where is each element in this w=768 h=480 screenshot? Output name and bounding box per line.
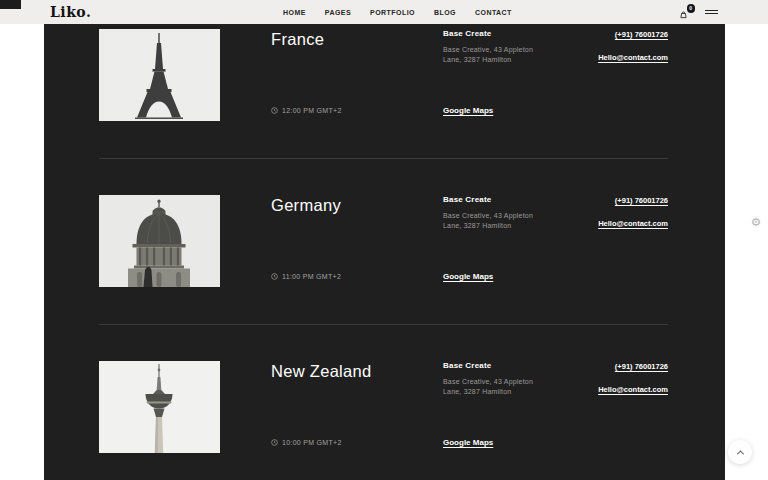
company-name: Base Create <box>443 29 573 38</box>
phone-link[interactable]: (+91) 76001726 <box>598 362 668 371</box>
berlin-dome-photo <box>99 195 220 287</box>
main-nav: HOME PAGES PORTFOLIO BLOG CONTACT <box>283 0 512 24</box>
address-line-1: Base Creative, 43 Appleton <box>443 211 573 221</box>
email-link[interactable]: Hello@contact.com <box>598 219 668 228</box>
shopping-bag-icon <box>679 10 688 19</box>
local-time: 11:00 PM GMT+2 <box>271 273 341 280</box>
address-line-2: Lane, 3287 Hamilton <box>443 55 573 65</box>
section-divider <box>99 324 668 325</box>
scroll-to-top-button[interactable] <box>728 440 752 464</box>
gear-icon: ⚙ <box>751 216 761 228</box>
nav-item-contact[interactable]: CONTACT <box>475 9 512 16</box>
clock-icon <box>271 107 278 114</box>
auckland-sky-tower-photo <box>99 361 220 453</box>
local-time-text: 10:00 PM GMT+2 <box>282 439 342 446</box>
location-section-france: France 12:00 PM GMT+2 Base Create Base C… <box>44 29 725 159</box>
cart-button[interactable]: 0 <box>679 5 694 19</box>
address-line-1: Base Creative, 43 Appleton <box>443 45 573 55</box>
clock-icon <box>271 273 278 280</box>
location-title: Germany <box>271 196 341 215</box>
google-maps-link[interactable]: Google Maps <box>443 438 493 447</box>
header-actions: 0 <box>679 0 718 24</box>
contact-links: (+91) 76001726 Hello@contact.com <box>598 362 668 394</box>
google-maps-link[interactable]: Google Maps <box>443 106 493 115</box>
contact-links: (+91) 76001726 Hello@contact.com <box>598 196 668 228</box>
phone-link[interactable]: (+91) 76001726 <box>598 30 668 39</box>
address-line-1: Base Creative, 43 Appleton <box>443 377 573 387</box>
location-title: New Zealand <box>271 362 372 381</box>
chevron-up-icon <box>736 450 743 457</box>
nav-item-blog[interactable]: BLOG <box>434 9 456 16</box>
office-info: Base Create Base Creative, 43 Appleton L… <box>443 29 573 65</box>
clock-icon <box>271 439 278 446</box>
nav-item-portfolio[interactable]: PORTFOLIO <box>370 9 415 16</box>
local-time-text: 12:00 PM GMT+2 <box>282 107 342 114</box>
address-line-2: Lane, 3287 Hamilton <box>443 221 573 231</box>
eiffel-tower-photo <box>99 29 220 121</box>
local-time-text: 11:00 PM GMT+2 <box>282 273 341 280</box>
nav-item-home[interactable]: HOME <box>283 9 306 16</box>
address-line-2: Lane, 3287 Hamilton <box>443 387 573 397</box>
email-link[interactable]: Hello@contact.com <box>598 53 668 62</box>
cart-count-badge: 0 <box>687 4 696 13</box>
company-name: Base Create <box>443 195 573 204</box>
section-divider <box>99 158 668 159</box>
email-link[interactable]: Hello@contact.com <box>598 385 668 394</box>
top-left-dark-strip <box>0 0 21 9</box>
site-logo[interactable]: Liko. <box>50 4 91 20</box>
site-header: Liko. HOME PAGES PORTFOLIO BLOG CONTACT … <box>0 0 768 24</box>
nav-item-pages[interactable]: PAGES <box>325 9 351 16</box>
google-maps-link[interactable]: Google Maps <box>443 272 493 281</box>
location-section-new-zealand: New Zealand 10:00 PM GMT+2 Base Create B… <box>44 361 725 480</box>
settings-gear-button[interactable]: ⚙ <box>748 214 764 230</box>
phone-link[interactable]: (+91) 76001726 <box>598 196 668 205</box>
location-title: France <box>271 30 324 49</box>
local-time: 12:00 PM GMT+2 <box>271 107 342 114</box>
location-section-germany: Germany 11:00 PM GMT+2 Base Create Base … <box>44 195 725 325</box>
contact-links: (+91) 76001726 Hello@contact.com <box>598 30 668 62</box>
contact-locations-panel: France 12:00 PM GMT+2 Base Create Base C… <box>44 24 725 480</box>
company-name: Base Create <box>443 361 573 370</box>
local-time: 10:00 PM GMT+2 <box>271 439 342 446</box>
hamburger-menu-button[interactable] <box>705 9 718 15</box>
office-info: Base Create Base Creative, 43 Appleton L… <box>443 195 573 231</box>
office-info: Base Create Base Creative, 43 Appleton L… <box>443 361 573 397</box>
